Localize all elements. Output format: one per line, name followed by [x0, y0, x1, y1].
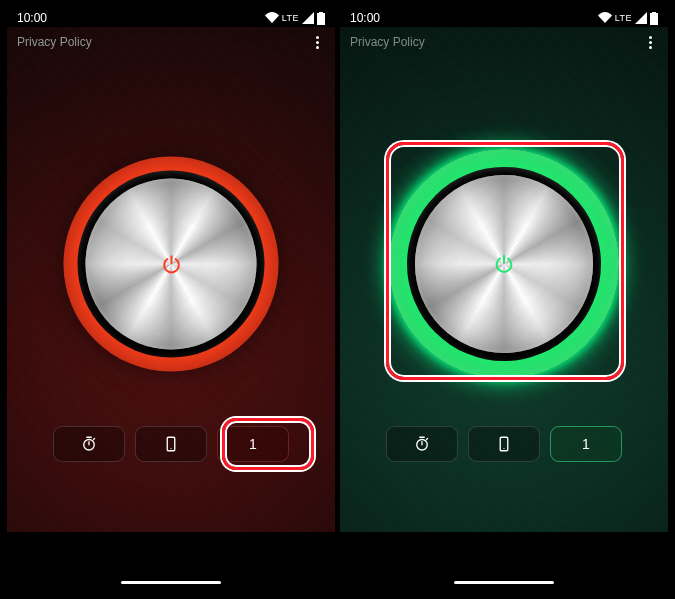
status-time: 10:00: [17, 11, 47, 25]
wifi-icon: [598, 12, 612, 24]
phone-right: 10:00 LTE Privacy Policy: [340, 7, 668, 592]
menu-icon[interactable]: [642, 34, 658, 50]
timer-button[interactable]: [386, 426, 458, 462]
svg-point-2: [170, 448, 171, 449]
battery-icon: [650, 12, 658, 25]
status-right: LTE: [598, 12, 658, 25]
mode-value: 1: [249, 436, 257, 452]
power-button[interactable]: [64, 157, 279, 372]
power-icon: [160, 253, 182, 275]
phone-icon: [495, 435, 513, 453]
menu-icon[interactable]: [309, 34, 325, 50]
privacy-link[interactable]: Privacy Policy: [17, 35, 92, 49]
signal-icon: [302, 12, 314, 24]
status-network: LTE: [282, 13, 299, 23]
screen-button[interactable]: [468, 426, 540, 462]
phone-left: 10:00 LTE Privacy Policy: [7, 7, 335, 592]
battery-icon: [317, 12, 325, 25]
mode-button[interactable]: 1: [550, 426, 622, 462]
bottom-controls: 1: [340, 426, 668, 462]
power-button[interactable]: [389, 149, 619, 379]
power-icon: [493, 253, 515, 275]
nav-handle[interactable]: [454, 581, 554, 584]
timer-icon: [80, 435, 98, 453]
phone-icon: [162, 435, 180, 453]
timer-button[interactable]: [53, 426, 125, 462]
status-network: LTE: [615, 13, 632, 23]
app-bar: Privacy Policy: [340, 27, 668, 57]
status-right: LTE: [265, 12, 325, 25]
nav-handle[interactable]: [121, 581, 221, 584]
mode-value: 1: [582, 436, 590, 452]
mode-button[interactable]: 1: [217, 426, 289, 462]
privacy-link[interactable]: Privacy Policy: [350, 35, 425, 49]
status-time: 10:00: [350, 11, 380, 25]
screen-button[interactable]: [135, 426, 207, 462]
statusbar: 10:00 LTE: [7, 7, 335, 29]
app-bar: Privacy Policy: [7, 27, 335, 57]
app-surface: Privacy Policy 1: [7, 27, 335, 532]
app-surface: Privacy Policy 1: [340, 27, 668, 532]
wifi-icon: [265, 12, 279, 24]
statusbar: 10:00 LTE: [340, 7, 668, 29]
bottom-controls: 1: [7, 426, 335, 462]
svg-point-5: [503, 448, 504, 449]
signal-icon: [635, 12, 647, 24]
timer-icon: [413, 435, 431, 453]
